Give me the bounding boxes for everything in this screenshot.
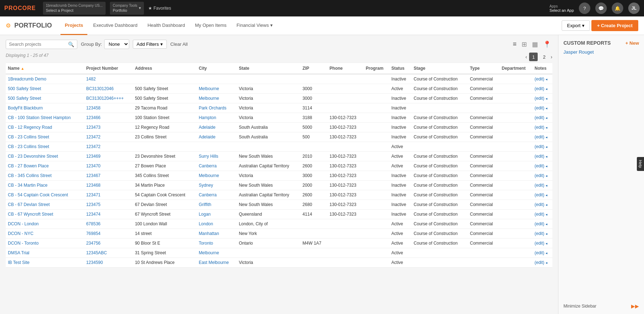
col-project-number[interactable]: Project Number <box>84 63 133 74</box>
edit-link[interactable]: (edit) <box>534 192 544 197</box>
col-stage[interactable]: Stage <box>412 63 468 74</box>
project-name-cell[interactable]: 1Breadcrumb Demo <box>6 74 84 84</box>
city-cell[interactable] <box>197 142 237 152</box>
list-view-button[interactable]: ≡ <box>511 40 518 49</box>
row-expand-icon[interactable]: ◂ <box>546 203 547 207</box>
create-project-button[interactable]: + Create Project <box>591 20 638 31</box>
col-zip[interactable]: ZIP <box>300 63 327 74</box>
edit-link[interactable]: (edit) <box>534 241 544 246</box>
page-2-button[interactable]: 2 <box>540 53 548 61</box>
row-expand-icon[interactable]: ◂ <box>546 145 547 149</box>
project-name-cell[interactable]: DCON - Toronto <box>6 239 84 248</box>
city-cell[interactable] <box>197 74 237 84</box>
edit-link[interactable]: (edit) <box>534 250 544 255</box>
edit-link[interactable]: (edit) <box>534 134 544 139</box>
row-expand-icon[interactable]: ◂ <box>546 251 547 255</box>
help-tab[interactable]: Help <box>637 157 644 171</box>
edit-link[interactable]: (edit) <box>534 260 544 265</box>
row-expand-icon[interactable]: ◂ <box>546 154 547 158</box>
prev-page-button[interactable]: ‹ <box>526 54 527 60</box>
edit-link[interactable]: (edit) <box>534 96 544 101</box>
row-expand-icon[interactable]: ◂ <box>546 261 547 265</box>
report-jasper-rouget[interactable]: Jasper Rouget <box>563 49 639 55</box>
project-name-cell[interactable]: CB - 67 Wyncroft Street <box>6 210 84 219</box>
project-name-cell[interactable]: BodyFit Blackburn <box>6 103 84 113</box>
city-cell[interactable]: Griffith <box>197 200 237 210</box>
project-name-cell[interactable]: DMSA Trial <box>6 248 84 258</box>
col-name[interactable]: Name ▲ <box>6 63 84 74</box>
project-number-cell[interactable]: 123475 <box>84 200 133 210</box>
col-address[interactable]: Address <box>133 63 197 74</box>
export-button[interactable]: Export ▾ <box>562 20 590 31</box>
project-name-cell[interactable]: CB - 34 Martin Place <box>6 181 84 190</box>
city-cell[interactable]: London <box>197 219 237 229</box>
city-cell[interactable]: Melbourne <box>197 94 237 103</box>
group-by-select[interactable]: None <box>104 39 129 49</box>
city-cell[interactable]: Melbourne <box>197 171 237 181</box>
tab-health-dashboard[interactable]: Health Dashboard <box>143 16 189 35</box>
project-name-cell[interactable]: DCON - NYC <box>6 229 84 239</box>
grid-view-button[interactable]: ⊞ <box>520 40 528 49</box>
page-1-button[interactable]: 1 <box>529 53 538 61</box>
city-cell[interactable]: Adelaide <box>197 132 237 142</box>
project-number-cell[interactable]: 123471 <box>84 190 133 200</box>
project-name-cell[interactable]: DCON - London <box>6 219 84 229</box>
favorites-button[interactable]: ★ Favorites <box>148 6 171 11</box>
project-name-cell[interactable]: CB - 54 Captain Cook Crescent <box>6 190 84 200</box>
row-expand-icon[interactable]: ◂ <box>546 164 547 168</box>
project-number-cell[interactable]: 123467 <box>84 171 133 181</box>
city-cell[interactable]: Melbourne <box>197 84 237 94</box>
city-cell[interactable]: Canberra <box>197 190 237 200</box>
tab-projects[interactable]: Projects <box>60 16 87 35</box>
project-name-cell[interactable]: CB - 23 Devonshire Street <box>6 152 84 161</box>
edit-link[interactable]: (edit) <box>534 77 544 82</box>
project-number-cell[interactable]: 1482 <box>84 74 133 84</box>
row-expand-icon[interactable]: ◂ <box>546 183 547 187</box>
apps-selector[interactable]: Apps Select an App <box>549 4 574 13</box>
col-phone[interactable]: Phone <box>328 63 364 74</box>
city-cell[interactable]: Melbourne <box>197 248 237 258</box>
edit-link[interactable]: (edit) <box>534 86 544 91</box>
project-number-cell[interactable]: BC313012046 <box>84 84 133 94</box>
clear-all-button[interactable]: Clear All <box>170 41 188 47</box>
project-name-cell[interactable]: CB - 67 Devlan Street <box>6 200 84 210</box>
row-expand-icon[interactable]: ◂ <box>546 126 547 129</box>
project-number-cell[interactable]: 769854 <box>84 229 133 239</box>
project-name-cell[interactable]: CB - 23 Collins Street <box>6 132 84 142</box>
project-number-cell[interactable]: 123473 <box>84 123 133 132</box>
col-program[interactable]: Program <box>364 63 389 74</box>
row-expand-icon[interactable]: ◂ <box>546 77 547 81</box>
city-cell[interactable]: East Melbourne <box>197 258 237 268</box>
col-status[interactable]: Status <box>389 63 411 74</box>
project-name-cell[interactable]: 500 Safety Street <box>6 94 84 103</box>
edit-link[interactable]: (edit) <box>534 212 544 217</box>
notification-icon[interactable]: 🔔 <box>612 3 623 14</box>
edit-link[interactable]: (edit) <box>534 106 544 111</box>
avatar[interactable]: JL <box>628 3 640 14</box>
col-city[interactable]: City <box>197 63 237 74</box>
city-cell[interactable]: Logan <box>197 210 237 219</box>
project-number-cell[interactable]: 123472 <box>84 132 133 142</box>
col-notes[interactable]: Notes <box>532 63 552 74</box>
project-name-cell[interactable]: CB - 100 Station Street Hampton <box>6 113 84 123</box>
row-expand-icon[interactable]: ◂ <box>546 241 547 245</box>
new-report-button[interactable]: + New <box>625 40 639 46</box>
edit-link[interactable]: (edit) <box>534 221 544 226</box>
row-expand-icon[interactable]: ◂ <box>546 135 547 139</box>
city-cell[interactable]: Hampton <box>197 113 237 123</box>
city-cell[interactable]: Sydney <box>197 181 237 190</box>
row-expand-icon[interactable]: ◂ <box>546 116 547 120</box>
row-expand-icon[interactable]: ◂ <box>546 106 547 110</box>
search-input[interactable] <box>9 41 66 47</box>
project-name-cell[interactable]: CB - 345 Collins Street <box>6 171 84 181</box>
next-page-button[interactable]: › <box>551 54 552 60</box>
add-filters-button[interactable]: Add Filters ▾ <box>133 40 167 49</box>
edit-link[interactable]: (edit) <box>534 173 544 178</box>
edit-link[interactable]: (edit) <box>534 154 544 159</box>
edit-link[interactable]: (edit) <box>534 115 544 120</box>
project-number-cell[interactable]: 123472 <box>84 142 133 152</box>
project-number-cell[interactable]: 12345ABC <box>84 248 133 258</box>
edit-link[interactable]: (edit) <box>534 231 544 236</box>
edit-link[interactable]: (edit) <box>534 125 544 130</box>
row-expand-icon[interactable]: ◂ <box>546 222 547 226</box>
